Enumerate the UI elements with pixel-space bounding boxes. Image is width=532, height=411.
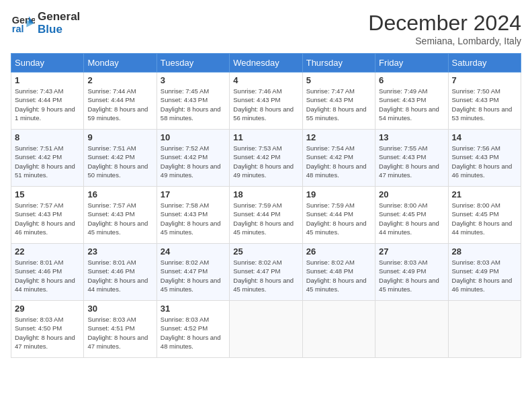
day-number: 19 [306, 189, 371, 199]
calendar-cell: 15 Sunrise: 7:57 AM Sunset: 4:43 PM Dayl… [11, 187, 84, 244]
calendar-cell: 2 Sunrise: 7:44 AM Sunset: 4:44 PM Dayli… [84, 73, 157, 130]
day-info: Sunrise: 8:03 AM Sunset: 4:51 PM Dayligh… [87, 315, 152, 351]
calendar-cell: 13 Sunrise: 7:55 AM Sunset: 4:43 PM Dayl… [375, 130, 448, 187]
day-number: 14 [452, 132, 517, 142]
day-info: Sunrise: 7:46 AM Sunset: 4:43 PM Dayligh… [233, 87, 298, 122]
day-info: Sunrise: 7:45 AM Sunset: 4:43 PM Dayligh… [161, 87, 226, 122]
day-info: Sunrise: 7:43 AM Sunset: 4:44 PM Dayligh… [15, 87, 80, 122]
day-info: Sunrise: 7:58 AM Sunset: 4:43 PM Dayligh… [161, 201, 226, 236]
day-number: 8 [15, 132, 80, 142]
day-number: 17 [161, 189, 226, 199]
logo-icon: Gene ral [11, 11, 35, 36]
day-number: 18 [233, 189, 298, 199]
calendar-table: SundayMondayTuesdayWednesdayThursdayFrid… [11, 53, 521, 358]
calendar-cell: 18 Sunrise: 7:59 AM Sunset: 4:44 PM Dayl… [230, 187, 302, 244]
day-info: Sunrise: 7:51 AM Sunset: 4:42 PM Dayligh… [87, 144, 152, 179]
calendar-cell: 25 Sunrise: 8:02 AM Sunset: 4:47 PM Dayl… [230, 244, 302, 301]
day-number: 12 [306, 132, 371, 142]
calendar-cell: 8 Sunrise: 7:51 AM Sunset: 4:42 PM Dayli… [11, 130, 84, 187]
day-number: 20 [379, 189, 444, 199]
calendar-cell [448, 301, 521, 358]
weekday-header-monday: Monday [84, 54, 157, 73]
day-info: Sunrise: 7:51 AM Sunset: 4:42 PM Dayligh… [15, 144, 80, 179]
day-info: Sunrise: 7:59 AM Sunset: 4:44 PM Dayligh… [306, 201, 371, 236]
day-number: 28 [452, 246, 517, 257]
calendar-cell: 7 Sunrise: 7:50 AM Sunset: 4:43 PM Dayli… [448, 73, 521, 130]
day-number: 4 [233, 75, 298, 85]
day-number: 13 [379, 132, 444, 142]
calendar-cell: 24 Sunrise: 8:02 AM Sunset: 4:47 PM Dayl… [157, 244, 229, 301]
calendar-cell: 26 Sunrise: 8:02 AM Sunset: 4:48 PM Dayl… [302, 244, 375, 301]
calendar-cell: 21 Sunrise: 8:00 AM Sunset: 4:45 PM Dayl… [448, 187, 521, 244]
calendar-cell: 29 Sunrise: 8:03 AM Sunset: 4:50 PM Dayl… [11, 301, 84, 358]
day-number: 6 [379, 75, 444, 85]
svg-text:ral: ral [12, 23, 24, 34]
calendar-cell: 31 Sunrise: 8:03 AM Sunset: 4:52 PM Dayl… [157, 301, 229, 358]
day-info: Sunrise: 8:02 AM Sunset: 4:47 PM Dayligh… [233, 258, 298, 293]
day-number: 9 [87, 132, 152, 142]
calendar-cell: 1 Sunrise: 7:43 AM Sunset: 4:44 PM Dayli… [11, 73, 84, 130]
day-info: Sunrise: 7:50 AM Sunset: 4:43 PM Dayligh… [452, 87, 517, 122]
day-number: 2 [87, 75, 152, 85]
weekday-header-tuesday: Tuesday [157, 54, 229, 73]
day-info: Sunrise: 8:03 AM Sunset: 4:49 PM Dayligh… [452, 258, 517, 293]
logo-line1: General [38, 11, 80, 24]
day-info: Sunrise: 7:56 AM Sunset: 4:43 PM Dayligh… [452, 144, 517, 179]
day-info: Sunrise: 7:49 AM Sunset: 4:43 PM Dayligh… [379, 87, 444, 122]
calendar-cell: 11 Sunrise: 7:53 AM Sunset: 4:42 PM Dayl… [230, 130, 302, 187]
calendar-cell [302, 301, 375, 358]
calendar-cell: 3 Sunrise: 7:45 AM Sunset: 4:43 PM Dayli… [157, 73, 229, 130]
calendar-cell: 30 Sunrise: 8:03 AM Sunset: 4:51 PM Dayl… [84, 301, 157, 358]
weekday-header-thursday: Thursday [302, 54, 375, 73]
day-number: 30 [87, 304, 152, 314]
day-number: 10 [161, 132, 226, 142]
day-number: 21 [452, 189, 517, 199]
calendar-cell: 14 Sunrise: 7:56 AM Sunset: 4:43 PM Dayl… [448, 130, 521, 187]
day-number: 15 [15, 189, 80, 199]
weekday-header-saturday: Saturday [448, 54, 521, 73]
day-info: Sunrise: 8:01 AM Sunset: 4:46 PM Dayligh… [15, 258, 80, 293]
day-number: 11 [233, 132, 298, 142]
day-info: Sunrise: 8:02 AM Sunset: 4:48 PM Dayligh… [306, 258, 371, 293]
day-info: Sunrise: 8:03 AM Sunset: 4:52 PM Dayligh… [161, 315, 226, 351]
day-info: Sunrise: 7:54 AM Sunset: 4:42 PM Dayligh… [306, 144, 371, 179]
calendar-cell: 10 Sunrise: 7:52 AM Sunset: 4:42 PM Dayl… [157, 130, 229, 187]
day-number: 27 [379, 246, 444, 257]
calendar-cell: 6 Sunrise: 7:49 AM Sunset: 4:43 PM Dayli… [375, 73, 448, 130]
weekday-header-friday: Friday [375, 54, 448, 73]
day-number: 26 [306, 246, 371, 257]
day-info: Sunrise: 8:00 AM Sunset: 4:45 PM Dayligh… [379, 201, 444, 236]
day-number: 3 [161, 75, 226, 85]
weekday-header-sunday: Sunday [11, 54, 84, 73]
day-info: Sunrise: 8:02 AM Sunset: 4:47 PM Dayligh… [161, 258, 226, 293]
day-number: 25 [233, 246, 298, 257]
day-info: Sunrise: 7:59 AM Sunset: 4:44 PM Dayligh… [233, 201, 298, 236]
month-title: December 2024 [368, 11, 521, 36]
calendar-cell: 16 Sunrise: 7:57 AM Sunset: 4:43 PM Dayl… [84, 187, 157, 244]
page-header: Gene ral General Blue December 2024 Semi… [11, 11, 521, 46]
calendar-cell: 23 Sunrise: 8:01 AM Sunset: 4:46 PM Dayl… [84, 244, 157, 301]
day-info: Sunrise: 8:03 AM Sunset: 4:49 PM Dayligh… [379, 258, 444, 293]
day-number: 16 [87, 189, 152, 199]
day-info: Sunrise: 7:47 AM Sunset: 4:43 PM Dayligh… [306, 87, 371, 122]
calendar-cell: 17 Sunrise: 7:58 AM Sunset: 4:43 PM Dayl… [157, 187, 229, 244]
day-number: 22 [15, 246, 80, 257]
calendar-cell: 9 Sunrise: 7:51 AM Sunset: 4:42 PM Dayli… [84, 130, 157, 187]
weekday-header-wednesday: Wednesday [230, 54, 302, 73]
calendar-cell [375, 301, 448, 358]
logo: Gene ral General Blue [11, 11, 80, 36]
calendar-cell: 19 Sunrise: 7:59 AM Sunset: 4:44 PM Dayl… [302, 187, 375, 244]
title-block: December 2024 Semiana, Lombardy, Italy [368, 11, 521, 46]
day-number: 1 [15, 75, 80, 85]
calendar-cell: 12 Sunrise: 7:54 AM Sunset: 4:42 PM Dayl… [302, 130, 375, 187]
calendar-cell: 27 Sunrise: 8:03 AM Sunset: 4:49 PM Dayl… [375, 244, 448, 301]
day-info: Sunrise: 7:52 AM Sunset: 4:42 PM Dayligh… [161, 144, 226, 179]
calendar-cell: 22 Sunrise: 8:01 AM Sunset: 4:46 PM Dayl… [11, 244, 84, 301]
day-number: 31 [161, 304, 226, 314]
day-number: 24 [161, 246, 226, 257]
calendar-cell: 4 Sunrise: 7:46 AM Sunset: 4:43 PM Dayli… [230, 73, 302, 130]
location: Semiana, Lombardy, Italy [368, 36, 521, 46]
day-info: Sunrise: 7:44 AM Sunset: 4:44 PM Dayligh… [87, 87, 152, 122]
day-number: 7 [452, 75, 517, 85]
day-number: 5 [306, 75, 371, 85]
